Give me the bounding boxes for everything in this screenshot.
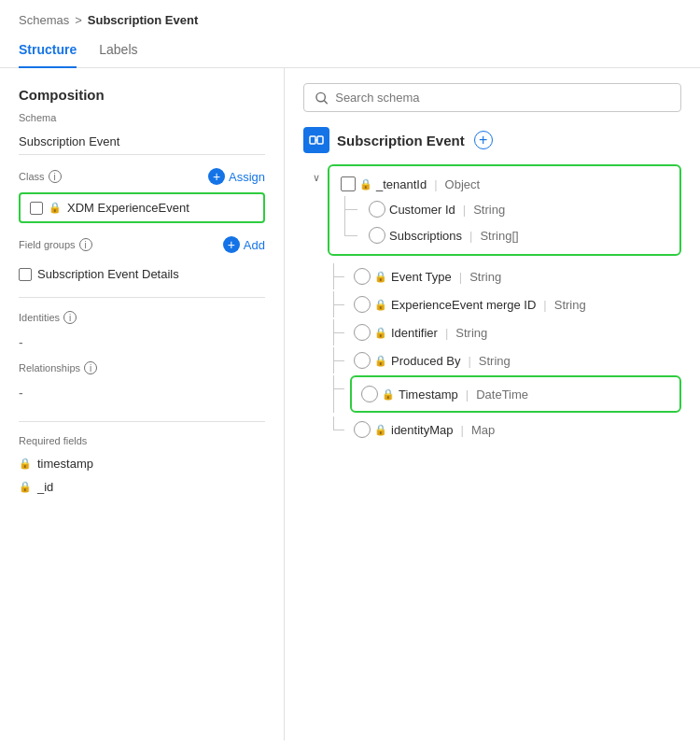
experience-event-row[interactable]: 🔒 ExperienceEvent merge ID | String	[350, 291, 681, 317]
assign-label: Assign	[229, 170, 265, 184]
identity-map-row[interactable]: 🔒 identityMap | Map	[350, 416, 681, 443]
event-type-type: String	[469, 270, 501, 284]
schema-name: Subscription Event	[337, 133, 465, 148]
required-lock-icon-2: 🔒	[19, 481, 32, 493]
main-layout: Composition Schema Subscription Event Cl…	[0, 68, 700, 740]
experience-event-name: ExperienceEvent merge ID	[391, 298, 536, 312]
tab-labels[interactable]: Labels	[99, 35, 137, 68]
subscriptions-row[interactable]: Subscriptions | String[]	[365, 222, 672, 248]
breadcrumb-current: Subscription Event	[88, 13, 198, 27]
field-group-name: Subscription Event Details	[37, 267, 179, 281]
tab-structure[interactable]: Structure	[19, 35, 77, 68]
add-field-group-button[interactable]: + Add	[223, 236, 265, 253]
identifier-li: 🔒 Identifier | String	[328, 319, 681, 345]
experience-event-lock: 🔒	[374, 299, 387, 311]
search-input[interactable]	[335, 91, 669, 105]
required-lock-icon-1: 🔒	[19, 458, 32, 470]
identities-info-icon[interactable]: i	[63, 311, 77, 324]
identifier-row[interactable]: 🔒 Identifier | String	[350, 319, 681, 345]
add-label: Add	[244, 238, 265, 252]
class-lock-icon: 🔒	[49, 202, 62, 214]
customer-id-row[interactable]: Customer Id | String	[365, 196, 672, 222]
event-type-li: 🔒 Event Type | String	[328, 263, 681, 289]
required-fields-title: Required fields	[19, 435, 265, 446]
expand-arrow-tenant[interactable]: ∨	[313, 164, 328, 184]
identity-map-name: identityMap	[391, 423, 453, 437]
identifier-name: Identifier	[391, 326, 438, 340]
field-groups-label: Field groups	[19, 239, 76, 250]
class-name: XDM ExperienceEvent	[67, 201, 189, 215]
class-info-icon[interactable]: i	[49, 170, 62, 183]
required-field-name-1: timestamp	[37, 457, 93, 471]
subscriptions-circle	[369, 227, 385, 244]
timestamp-name: Timestamp	[399, 388, 458, 402]
required-fields-list: 🔒 timestamp 🔒 _id	[19, 452, 265, 499]
search-icon	[315, 92, 328, 105]
breadcrumb: Schemas > Subscription Event	[0, 0, 700, 35]
tenant-lock-icon: 🔒	[359, 178, 372, 190]
assign-button[interactable]: + Assign	[208, 168, 265, 185]
produced-by-li: 🔒 Produced By | String	[328, 347, 681, 374]
identity-map-circle	[354, 421, 371, 438]
customer-id-li: Customer Id | String	[337, 196, 672, 222]
class-label-group: Class i	[19, 170, 62, 183]
left-panel: Composition Schema Subscription Event Cl…	[0, 68, 285, 740]
field-groups-info-icon[interactable]: i	[79, 238, 92, 251]
timestamp-type: DateTime	[476, 388, 528, 402]
tenant-row[interactable]: 🔒 _tenantId | Object	[337, 172, 672, 196]
field-group-checkbox[interactable]	[19, 268, 32, 281]
produced-by-type: String	[479, 354, 511, 368]
schema-tree: ∨ 🔒 _tenantId | Object C	[303, 164, 681, 443]
experience-event-li: 🔒 ExperienceEvent merge ID | String	[328, 291, 681, 317]
event-type-circle	[354, 268, 371, 285]
relationships-header: Relationships i	[19, 361, 265, 374]
svg-rect-3	[317, 136, 323, 144]
produced-by-name: Produced By	[391, 354, 460, 368]
schema-header: Subscription Event +	[303, 127, 681, 153]
tenant-name: _tenantId	[376, 177, 427, 191]
right-panel: Subscription Event + ∨ 🔒 _tenantId | Obj…	[285, 68, 700, 740]
schema-value: Subscription Event	[19, 129, 265, 155]
relationships-label: Relationships	[19, 362, 80, 374]
produced-by-row[interactable]: 🔒 Produced By | String	[350, 347, 681, 374]
subscriptions-li: Subscriptions | String[]	[337, 222, 672, 248]
customer-id-circle	[369, 201, 385, 218]
identifier-lock: 🔒	[374, 327, 387, 339]
identities-header: Identities i	[19, 311, 265, 324]
svg-rect-2	[310, 136, 315, 144]
required-field-id: 🔒 _id	[19, 475, 265, 499]
class-label: Class	[19, 171, 45, 182]
composition-title: Composition	[19, 87, 265, 103]
assign-plus-icon: +	[208, 168, 225, 185]
required-field-name-2: _id	[37, 480, 53, 494]
subscriptions-name: Subscriptions	[389, 229, 462, 243]
tabs-bar: Structure Labels	[0, 35, 700, 68]
class-checkbox[interactable]	[30, 202, 43, 215]
identity-map-li: 🔒 identityMap | Map	[328, 416, 681, 443]
identifier-type: String	[455, 326, 487, 340]
customer-id-type: String	[473, 203, 505, 217]
event-type-row[interactable]: 🔒 Event Type | String	[350, 263, 681, 289]
timestamp-row[interactable]: 🔒 Timestamp | DateTime	[357, 381, 674, 407]
relationships-info-icon[interactable]: i	[84, 361, 97, 374]
svg-line-1	[324, 100, 327, 103]
schema-add-button[interactable]: +	[474, 131, 493, 149]
identity-map-lock: 🔒	[374, 424, 387, 436]
tenant-group: 🔒 _tenantId | Object Customer Id | St	[328, 164, 681, 256]
relationships-value: -	[19, 382, 265, 412]
search-bar[interactable]	[303, 83, 681, 112]
field-groups-label-group: Field groups i	[19, 238, 92, 251]
produced-by-circle	[354, 352, 371, 369]
tenant-children: Customer Id | String Subscriptions | Str…	[337, 196, 672, 248]
field-groups-header: Field groups i + Add	[19, 236, 265, 253]
divider-2	[19, 421, 265, 422]
schema-label: Schema	[19, 112, 265, 123]
field-group-item[interactable]: Subscription Event Details	[19, 261, 265, 288]
breadcrumb-parent[interactable]: Schemas	[19, 13, 69, 27]
tenant-type: Object	[445, 177, 481, 191]
tenant-checkbox[interactable]	[341, 176, 356, 191]
customer-id-name: Customer Id	[389, 203, 455, 217]
identities-value: -	[19, 331, 265, 361]
class-item[interactable]: 🔒 XDM ExperienceEvent	[19, 192, 265, 223]
add-field-group-plus-icon: +	[223, 236, 240, 253]
